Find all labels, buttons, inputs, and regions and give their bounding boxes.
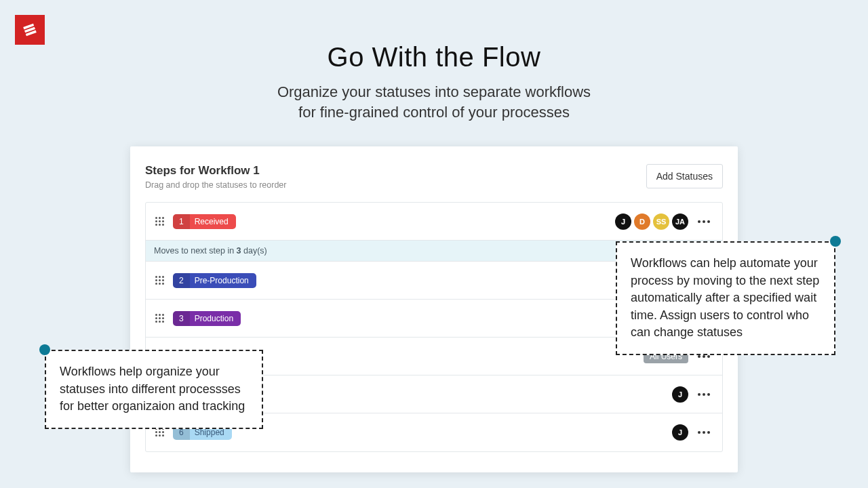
avatar[interactable]: J: [615, 214, 631, 230]
callout-automate: Workflows can help automate your process…: [616, 241, 835, 355]
panel-title: Steps for Workflow 1: [145, 164, 286, 178]
avatar[interactable]: SS: [653, 214, 669, 230]
avatar[interactable]: J: [672, 386, 688, 403]
avatar[interactable]: D: [634, 214, 650, 230]
row-menu-button[interactable]: [695, 213, 713, 230]
callout-anchor-dot: [39, 344, 50, 355]
row-menu-button[interactable]: [695, 386, 713, 403]
drag-handle-icon[interactable]: [155, 217, 165, 226]
status-pill: 1 Received: [173, 214, 236, 229]
drag-handle-icon[interactable]: [155, 314, 165, 323]
brand-logo-icon: [20, 20, 39, 39]
avatar[interactable]: JA: [672, 214, 688, 230]
row-menu-button[interactable]: [695, 424, 713, 441]
brand-logo: [15, 15, 45, 45]
callout-organize: Workflows help organize your statuses in…: [45, 350, 263, 429]
avatar[interactable]: J: [672, 424, 688, 441]
callout-anchor-dot: [830, 236, 841, 247]
panel-subtitle: Drag and drop the statuses to reorder: [145, 180, 286, 190]
status-pill: 3 Production: [173, 311, 241, 326]
add-statuses-button[interactable]: Add Statuses: [646, 164, 723, 188]
drag-handle-icon[interactable]: [155, 428, 165, 437]
page-subtitle: Organize your statuses into separate wor…: [0, 82, 868, 122]
step-row-received[interactable]: 1 Received J D SS JA: [146, 203, 722, 241]
status-pill: 2 Pre-Production: [173, 273, 256, 288]
drag-handle-icon[interactable]: [155, 276, 165, 285]
page-title: Go With the Flow: [0, 42, 868, 73]
